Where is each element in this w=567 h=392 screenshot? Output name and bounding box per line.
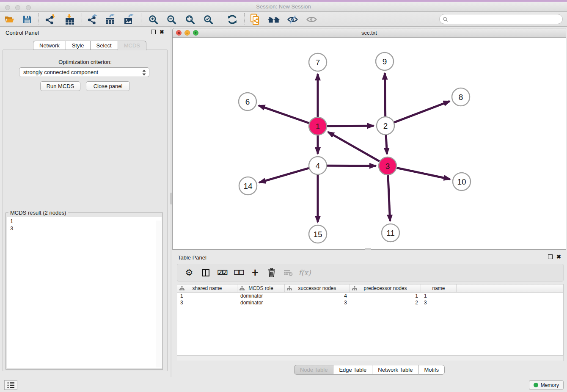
task-history-button[interactable] [4, 380, 17, 390]
close-panel-icon[interactable]: ✖ [556, 254, 561, 259]
graph-node-label: 7 [316, 58, 320, 67]
checked-boxes-icon: ☑☑ [217, 269, 227, 276]
hide-selected-icon [287, 14, 298, 25]
tab-select[interactable]: Select [90, 41, 118, 50]
deselect-all-button[interactable]: ☐☐ [232, 266, 245, 279]
edge-2-8[interactable] [394, 101, 450, 122]
graph-node-label: 6 [245, 97, 250, 106]
tab-node-table[interactable]: Node Table [294, 365, 333, 375]
toolbar-separator [141, 13, 141, 25]
hierarchy-icon [179, 286, 184, 291]
apply-layout-button[interactable] [226, 13, 239, 26]
table-row[interactable]: 1 dominator 4 1 1 [177, 293, 563, 299]
control-panel: Control Panel ✖ Network Style Select MCD… [0, 27, 170, 377]
tab-network-table[interactable]: Network Table [372, 365, 418, 375]
table-settings-button[interactable]: ⚙ [182, 266, 196, 279]
export-image-button[interactable] [123, 13, 135, 26]
edge-3-11[interactable] [388, 175, 390, 221]
import-network-button[interactable] [44, 13, 56, 26]
toolbar-separator [82, 13, 82, 25]
cell-shared-name: 1 [177, 293, 237, 299]
mcds-result-scrollbar[interactable] [156, 221, 161, 367]
table-panel-tabs: Node Table Edge Table Network Table Moti… [172, 365, 567, 375]
open-session-icon [4, 14, 15, 25]
tab-motifs[interactable]: Motifs [418, 365, 445, 375]
network-window-title: scc.txt [173, 30, 566, 36]
add-column-button[interactable]: + [248, 266, 262, 279]
hide-selected-button[interactable] [286, 13, 299, 26]
node-table-header: shared name MCDS role successor nodes [177, 284, 563, 293]
close-panel-icon[interactable]: ✖ [160, 30, 164, 34]
memory-status-icon [534, 383, 538, 387]
table-row[interactable]: 3 dominator 3 2 3 [177, 299, 563, 306]
table-delete-icon [284, 269, 293, 276]
edge-2-3[interactable] [386, 135, 387, 154]
fx-icon: f(x) [298, 268, 311, 277]
graph-node-label: 2 [383, 121, 388, 130]
float-panel-icon[interactable] [548, 254, 553, 259]
column-header-name[interactable]: name [421, 284, 457, 292]
graph-node-label: 11 [386, 229, 395, 237]
delete-column-button[interactable] [265, 266, 278, 279]
gear-icon: ⚙ [185, 268, 193, 278]
column-header-successor-nodes[interactable]: successor nodes [285, 284, 350, 292]
edge-4-3[interactable] [327, 166, 376, 166]
run-mcds-button[interactable]: Run MCDS [40, 81, 80, 91]
new-network-from-selection-button[interactable] [249, 13, 261, 26]
graph-node-label: 15 [313, 230, 322, 239]
float-panel-icon[interactable] [151, 30, 156, 34]
show-all-button[interactable] [305, 13, 318, 26]
memory-button[interactable]: Memory [529, 380, 564, 390]
export-network-button[interactable] [86, 13, 99, 26]
column-header-predecessor-nodes[interactable]: predecessor nodes [350, 284, 421, 292]
zoom-selected-button[interactable] [202, 13, 215, 26]
edge-3-1[interactable] [328, 132, 380, 161]
save-session-button[interactable] [21, 13, 33, 26]
tab-edge-table[interactable]: Edge Table [333, 365, 372, 375]
network-window-titlebar[interactable]: ✕ − + scc.txt [173, 28, 566, 38]
select-all-button[interactable]: ☑☑ [215, 266, 229, 279]
zoom-selected-icon [203, 14, 214, 25]
column-header-shared-name[interactable]: shared name [177, 284, 237, 292]
hierarchy-icon [352, 286, 357, 291]
zoom-out-button[interactable] [165, 13, 178, 26]
mcds-result-text[interactable]: 1 3 [7, 217, 162, 368]
first-neighbors-button[interactable] [267, 13, 280, 26]
network-canvas[interactable]: 1234678910111415 [173, 38, 566, 249]
search-input[interactable] [450, 16, 562, 22]
edge-3-10[interactable] [397, 168, 450, 179]
close-panel-button[interactable]: Close panel [86, 81, 130, 91]
tab-mcds[interactable]: MCDS [118, 41, 146, 50]
zoom-fit-button[interactable] [184, 13, 196, 26]
import-table-icon [64, 14, 75, 25]
tab-style[interactable]: Style [66, 41, 90, 50]
cell-successor-nodes: 4 [285, 293, 350, 299]
graph-node-label: 10 [457, 177, 466, 186]
criterion-dropdown[interactable]: strongly connected component [19, 67, 149, 77]
search-box[interactable] [439, 14, 563, 24]
edge-4-14[interactable] [259, 168, 309, 182]
zoom-in-button[interactable] [147, 13, 160, 26]
network-view-window: ✕ − + scc.txt 1234678910111415 [172, 28, 566, 250]
import-network-icon [44, 14, 55, 25]
control-panel-tabs: Network Style Select MCDS [33, 41, 146, 50]
plus-icon: + [252, 268, 259, 277]
show-columns-button[interactable] [199, 266, 212, 279]
column-header-mcds-role[interactable]: MCDS role [237, 284, 285, 292]
function-builder-button[interactable]: f(x) [298, 266, 311, 279]
edge-1-6[interactable] [259, 105, 309, 123]
mcds-result-group: MCDS result (2 nodes) 1 3 [6, 213, 163, 370]
cell-name: 1 [421, 293, 457, 299]
open-session-button[interactable] [3, 13, 16, 26]
control-panel-title: Control Panel [6, 30, 39, 36]
import-table-button[interactable] [63, 13, 76, 26]
export-table-button[interactable] [104, 13, 117, 26]
table-horizontal-scrollbar[interactable] [177, 356, 564, 361]
list-icon [7, 382, 15, 389]
zoom-fit-icon [185, 14, 195, 25]
edge-2-9[interactable] [385, 73, 385, 116]
tab-network[interactable]: Network [33, 41, 66, 50]
edge-1-2[interactable] [327, 126, 374, 126]
graph-node-label: 4 [316, 161, 320, 170]
delete-table-button[interactable] [281, 266, 295, 279]
